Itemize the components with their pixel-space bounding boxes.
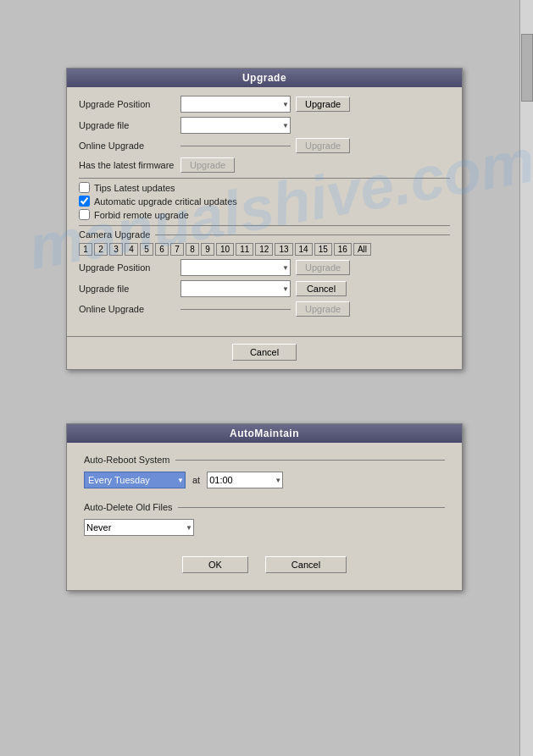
online-upgrade-row: Online Upgrade Upgrade	[79, 138, 450, 153]
camera-tab-3[interactable]: 3	[109, 243, 123, 256]
camera-tab-9[interactable]: 9	[201, 243, 214, 256]
scrollbar[interactable]	[519, 0, 533, 756]
upgrade-file-select[interactable]	[180, 117, 291, 134]
camera-tab-5[interactable]: 5	[140, 243, 153, 256]
camera-tab-4[interactable]: 4	[125, 243, 138, 256]
upgrade-file-row: Upgrade file	[79, 117, 450, 134]
automaintain-cancel-button[interactable]: Cancel	[265, 556, 347, 573]
reboot-day-select-wrapper: Every Tuesday Never Every Monday Every W…	[84, 472, 186, 488]
forbid-remote-checkbox-row: Forbid remote upgrade	[79, 209, 450, 220]
cam-upgrade-file-row: Upgrade file Cancel	[79, 280, 450, 297]
cam-upgrade-button-2[interactable]: Upgrade	[296, 301, 350, 317]
cam-online-upgrade-label: Online Upgrade	[79, 304, 180, 314]
delete-select[interactable]: Never 1 Day 3 Days 7 Days	[84, 519, 194, 536]
auto-delete-row: Never 1 Day 3 Days 7 Days	[84, 519, 445, 536]
tips-checkbox-row: Tips Latest updates	[79, 182, 450, 193]
automaintain-ok-button[interactable]: OK	[182, 556, 248, 573]
automaintain-dialog-title: AutoMaintain	[67, 424, 462, 443]
cam-upgrade-position-label: Upgrade Position	[79, 262, 180, 273]
forbid-remote-checkbox[interactable]	[79, 209, 90, 220]
upgrade-file-label: Upgrade file	[79, 120, 180, 130]
cam-upgrade-position-select[interactable]	[180, 259, 291, 276]
upgrade-file-select-wrapper	[180, 117, 291, 134]
forbid-remote-label: Forbid remote upgrade	[94, 210, 189, 220]
cam-upgrade-file-label: Upgrade file	[79, 284, 180, 294]
camera-tab-all[interactable]: All	[353, 243, 371, 256]
upgrade-dialog: Upgrade Upgrade Position Upgrade Upgrade…	[66, 68, 463, 370]
camera-tab-12[interactable]: 12	[255, 243, 273, 256]
cam-upgrade-file-select-wrapper	[180, 280, 291, 297]
online-upgrade-label: Online Upgrade	[79, 141, 180, 151]
cam-upgrade-position-select-wrapper	[180, 259, 291, 276]
camera-upgrade-section-header: Camera Upgrade	[79, 229, 450, 240]
camera-tab-7[interactable]: 7	[170, 243, 184, 256]
auto-upgrade-checkbox[interactable]	[79, 196, 90, 207]
at-label: at	[192, 475, 200, 485]
upgrade-position-select-wrapper	[180, 96, 291, 113]
upgrade-position-row: Upgrade Position Upgrade	[79, 96, 450, 113]
upgrade-button-1[interactable]: Upgrade	[296, 97, 350, 112]
cam-upgrade-position-row: Upgrade Position Upgrade	[79, 259, 450, 276]
upgrade-position-label: Upgrade Position	[79, 99, 180, 109]
auto-upgrade-checkbox-row: Automatic upgrade critical updates	[79, 196, 450, 207]
camera-tab-8[interactable]: 8	[186, 243, 199, 256]
upgrade-button-2[interactable]: Upgrade	[296, 138, 350, 153]
upgrade-position-select[interactable]	[180, 96, 291, 113]
camera-tab-6[interactable]: 6	[155, 243, 169, 256]
upgrade-button-3[interactable]: Upgrade	[180, 157, 235, 173]
auto-reboot-section-header: Auto-Reboot System	[84, 455, 445, 465]
upgrade-dialog-title: Upgrade	[67, 69, 462, 87]
auto-delete-section-header: Auto-Delete Old Files	[84, 502, 445, 512]
cam-online-upgrade-row: Online Upgrade Upgrade	[79, 301, 450, 317]
automaintain-body: Auto-Reboot System Every Tuesday Never E…	[67, 443, 462, 590]
camera-tab-2[interactable]: 2	[94, 243, 108, 256]
camera-tab-10[interactable]: 10	[216, 243, 234, 256]
reboot-day-select[interactable]: Every Tuesday Never Every Monday Every W…	[84, 472, 186, 488]
delete-select-wrapper: Never 1 Day 3 Days 7 Days	[84, 519, 194, 536]
cam-upgrade-file-select[interactable]	[180, 280, 291, 297]
tips-label: Tips Latest updates	[94, 183, 175, 193]
camera-tabs: 1 2 3 4 5 6 7 8 9 10 11 12 13 14 15 16 A…	[79, 243, 450, 256]
reboot-time-select[interactable]: 01:00 00:00 02:00 03:00	[207, 472, 283, 488]
camera-tab-15[interactable]: 15	[314, 243, 332, 256]
automaintain-footer: OK Cancel	[84, 549, 445, 582]
upgrade-dialog-footer: Cancel	[67, 336, 462, 369]
auto-upgrade-label: Automatic upgrade critical updates	[94, 196, 237, 207]
scrollbar-thumb[interactable]	[521, 34, 533, 102]
auto-reboot-row: Every Tuesday Never Every Monday Every W…	[84, 472, 445, 488]
cam-cancel-button[interactable]: Cancel	[296, 281, 347, 296]
reboot-time-select-wrapper: 01:00 00:00 02:00 03:00	[207, 472, 283, 488]
tips-checkbox[interactable]	[79, 182, 90, 193]
camera-tab-1[interactable]: 1	[79, 243, 92, 256]
cam-upgrade-button-1[interactable]: Upgrade	[296, 260, 350, 275]
automaintain-dialog: AutoMaintain Auto-Reboot System Every Tu…	[66, 423, 463, 591]
has-latest-firmware-row: Has the latest firmware Upgrade	[79, 157, 450, 173]
camera-tab-14[interactable]: 14	[295, 243, 313, 256]
camera-tab-13[interactable]: 13	[275, 243, 292, 256]
camera-tab-16[interactable]: 16	[334, 243, 352, 256]
camera-tab-11[interactable]: 11	[236, 243, 253, 256]
has-latest-firmware-label: Has the latest firmware	[79, 160, 180, 170]
upgrade-cancel-button[interactable]: Cancel	[232, 344, 297, 361]
